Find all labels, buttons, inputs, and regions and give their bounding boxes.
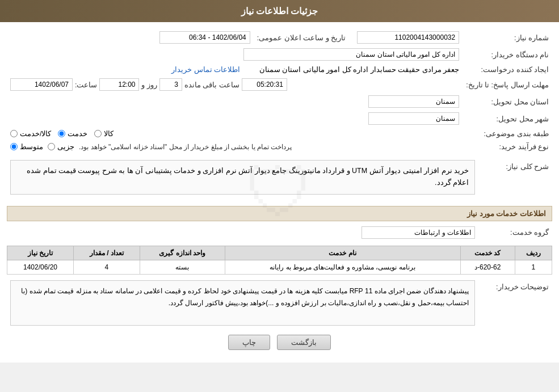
page-title: جزئیات اطلاعات نیاز	[241, 6, 318, 16]
cell-code: 620-62-د	[460, 260, 515, 274]
need-desc-table: شرح کلی نیاز: خرید نرم افزار امنیتی دیوا…	[7, 158, 552, 201]
col-quantity: تعداد / مقدار	[74, 246, 140, 260]
proc-jozvi[interactable]: جزیی	[48, 142, 74, 151]
category-kala-khadamat-label: کالا/خدمت	[20, 129, 51, 138]
buyer-org-label: نام دستگاه خریدار:	[463, 46, 552, 63]
proc-type-label: نوع فرآیند خرید:	[463, 140, 552, 153]
category-khadamat-label: خدمت	[68, 129, 87, 138]
service-group-table: گروه خدمت:	[7, 224, 552, 241]
service-group-input[interactable]	[362, 226, 475, 239]
service-group-label: گروه خدمت:	[478, 224, 552, 241]
services-section-title: اطلاعات خدمات مورد نیاز	[7, 206, 552, 221]
col-row: ردیف	[515, 246, 552, 260]
proc-motevaset[interactable]: متوسط	[10, 142, 43, 151]
category-khadamat-radio[interactable]	[58, 130, 65, 137]
contact-link[interactable]: اطلاعات تماس خریدار	[171, 66, 240, 74]
deadline-time-input[interactable]	[99, 78, 139, 91]
proc-jozvi-radio[interactable]	[48, 143, 55, 150]
city-input[interactable]	[368, 112, 459, 125]
cell-name: برنامه نویسی، مشاوره و فعالیت‌های مربوط …	[225, 260, 460, 274]
print-button[interactable]: چاپ	[228, 335, 270, 350]
need-desc-box: خرید نرم افزار امنیتی دیوار آتش UTM و قر…	[10, 160, 475, 195]
cell-quantity: 4	[74, 260, 140, 274]
deadline-time-label: ساعت:	[75, 81, 97, 89]
category-khadamat[interactable]: خدمت	[58, 129, 87, 138]
announce-date-label: تاریخ و ساعت اعلان عمومی:	[254, 29, 349, 46]
buyer-note-box: پیشنهاد دهندگان ضمن اجرای ماده 11 RFP می…	[10, 280, 475, 326]
buyer-note-label: توضیحات خریدار:	[478, 278, 552, 328]
deadline-day-label: روز و	[141, 81, 157, 89]
col-date: تاریخ نیاز	[7, 246, 74, 260]
deadline-date-input[interactable]	[10, 78, 73, 91]
deadline-remaining-input[interactable]	[242, 78, 287, 91]
buttons-row: بازگشت چاپ	[7, 335, 552, 350]
info-table: شماره نیاز: تاریخ و ساعت اعلان عمومی: نا…	[7, 29, 552, 153]
city-label: شهر محل تحویل:	[463, 110, 552, 127]
category-kala-radio[interactable]	[94, 130, 102, 137]
back-button[interactable]: بازگشت	[277, 335, 331, 350]
proc-type-row: متوسط جزیی پرداخت تمام یا بخشی از مبلغ خ…	[10, 142, 459, 151]
need-number-label: شماره نیاز:	[463, 29, 552, 46]
province-label: استان محل تحویل:	[463, 93, 552, 110]
need-desc-label: شرح کلی نیاز:	[478, 158, 552, 201]
proc-desc: پرداخت تمام یا بخشی از مبلغ خریدار از مح…	[79, 143, 292, 151]
col-code: کد خدمت	[460, 246, 515, 260]
buyer-org-input[interactable]	[243, 48, 459, 61]
need-number-input[interactable]	[357, 31, 459, 44]
proc-jozvi-label: جزیی	[57, 142, 74, 151]
deadline-days-input[interactable]	[159, 78, 182, 91]
deadline-remaining-label: ساعت باقی مانده	[184, 81, 239, 89]
cell-date: 1402/06/20	[7, 260, 74, 274]
page-wrapper: جزئیات اطلاعات نیاز 🛡 شماره نیاز: تاریخ …	[0, 0, 559, 363]
category-label: طبقه بندی موضوعی:	[463, 127, 552, 140]
col-name: نام خدمت	[225, 246, 460, 260]
category-radio-group: کالا/خدمت خدمت کالا	[10, 129, 459, 138]
creator-label: ایجاد کننده درخواست:	[463, 63, 552, 76]
province-input[interactable]	[368, 95, 459, 108]
deadline-label: مهلت ارسال پاسخ: تا تاریخ:	[463, 76, 552, 93]
proc-motevaset-radio[interactable]	[10, 143, 18, 150]
services-table: ردیف کد خدمت نام خدمت واحد اندازه گیری ت…	[7, 246, 552, 275]
category-kala-label: کالا	[104, 129, 114, 138]
creator-value: جعفر مرادی حقیقت حسابدار اداره کل امور م…	[259, 66, 459, 74]
cell-row: 1	[515, 260, 552, 274]
col-unit: واحد اندازه گیری	[140, 246, 225, 260]
table-row: 1620-62-دبرنامه نویسی، مشاوره و فعالیت‌ه…	[7, 260, 552, 274]
content-area: 🛡 شماره نیاز: تاریخ و ساعت اعلان عمومی: …	[0, 22, 559, 363]
page-header: جزئیات اطلاعات نیاز	[0, 0, 559, 22]
buyer-note-table: توضیحات خریدار: پیشنهاد دهندگان ضمن اجرا…	[7, 278, 552, 328]
category-kala-khadamat[interactable]: کالا/خدمت	[10, 129, 51, 138]
category-kala[interactable]: کالا	[94, 129, 114, 138]
announce-date-input[interactable]	[159, 31, 250, 44]
cell-unit: بسته	[140, 260, 225, 274]
proc-motevaset-label: متوسط	[20, 142, 43, 151]
category-kala-khadamat-radio[interactable]	[10, 130, 18, 137]
